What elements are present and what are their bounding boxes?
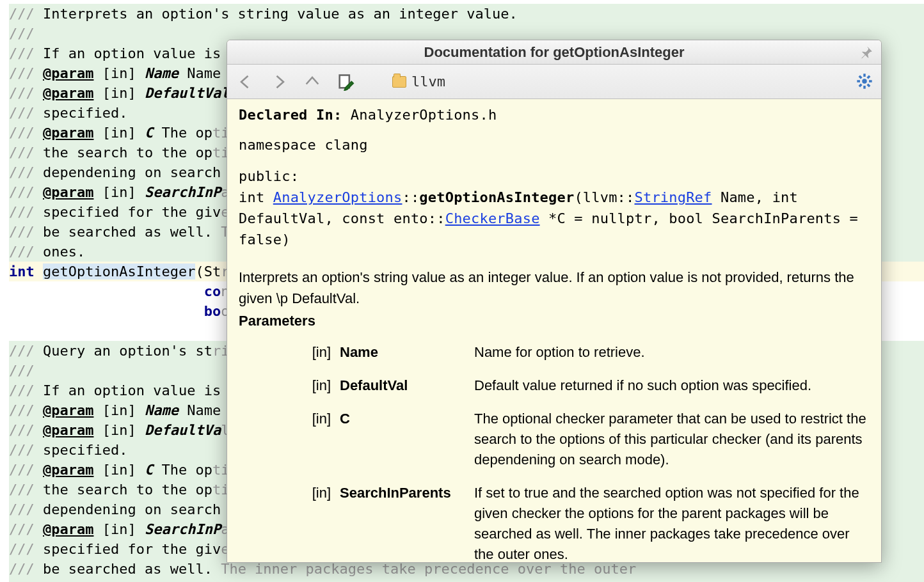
param-name: SearchInParents	[340, 483, 468, 563]
param-row: [in]NameName for option to retrieve.	[239, 336, 870, 369]
param-row: [in]SearchInParentsIf set to true and th…	[239, 476, 870, 563]
type-link-checkerbase[interactable]: CheckerBase	[445, 210, 540, 226]
namespace-line: namespace clang	[239, 137, 870, 153]
params-table: [in]NameName for option to retrieve.[in]…	[239, 336, 870, 563]
param-name: DefaultVal	[340, 375, 468, 396]
param-dir: [in]	[303, 375, 333, 396]
doc-toolbar: llvm	[227, 65, 881, 99]
class-link[interactable]: AnalyzerOptions	[273, 189, 402, 205]
forward-icon[interactable]	[268, 71, 290, 93]
doc-popup-titlebar[interactable]: Documentation for getOptionAsInteger	[227, 40, 881, 65]
param-row: [in]CThe optional checker parameter that…	[239, 402, 870, 476]
breadcrumb[interactable]: llvm	[392, 74, 445, 90]
doc-body: Declared In: AnalyzerOptions.h namespace…	[227, 99, 881, 563]
edit-source-icon[interactable]	[335, 71, 356, 93]
param-name: Name	[340, 342, 468, 363]
breadcrumb-label: llvm	[411, 74, 445, 90]
up-icon[interactable]	[301, 71, 323, 93]
param-dir: [in]	[303, 483, 333, 563]
param-desc: The optional checker parameter that can …	[474, 409, 870, 470]
doc-popup: Documentation for getOptionAsInteger llv…	[227, 40, 882, 563]
gear-icon[interactable]	[856, 72, 873, 90]
signature: public: int AnalyzerOptions::getOptionAs…	[239, 166, 870, 250]
declared-in: Declared In: AnalyzerOptions.h	[239, 107, 870, 123]
param-dir: [in]	[303, 409, 333, 470]
type-link-stringref[interactable]: StringRef	[635, 189, 712, 205]
doc-description: Interprets an option's string value as a…	[239, 267, 870, 309]
doc-popup-title: Documentation for getOptionAsInteger	[424, 44, 685, 61]
back-icon[interactable]	[235, 71, 257, 93]
param-desc: Name for option to retrieve.	[474, 342, 870, 363]
folder-icon	[392, 76, 406, 88]
param-dir: [in]	[303, 342, 333, 363]
param-desc: If set to true and the searched option w…	[474, 483, 870, 563]
param-name: C	[340, 409, 468, 470]
svg-point-1	[862, 79, 866, 83]
params-header: Parameters	[239, 313, 870, 329]
pin-icon[interactable]	[859, 45, 873, 59]
code-line[interactable]: /// Interprets an option's string value …	[9, 4, 924, 24]
param-row: [in]DefaultValDefault value returned if …	[239, 369, 870, 402]
code-line[interactable]: /// ones.	[9, 579, 924, 582]
param-desc: Default value returned if no such option…	[474, 375, 870, 396]
